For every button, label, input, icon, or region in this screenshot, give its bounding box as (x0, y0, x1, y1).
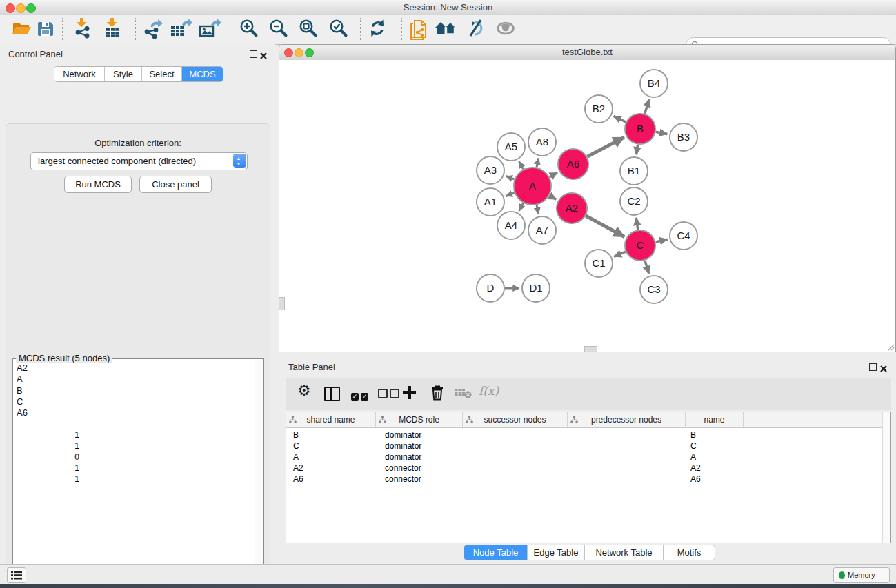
mcds-result-list[interactable]: A2 A B C A6 (14, 363, 28, 418)
cell-predecessor: 1 (74, 441, 79, 451)
table-panel: Table Panel ⚙ ✓✓ f(x) shared name (279, 358, 896, 564)
clone-network-icon[interactable] (408, 17, 429, 39)
network-window-titlebar[interactable]: testGlobe.txt (279, 45, 895, 61)
hierarchy-icon (466, 416, 473, 424)
svg-text:A1: A1 (484, 196, 497, 207)
toolbar-separator (230, 18, 230, 41)
import-table-icon[interactable] (103, 17, 123, 39)
table-panel-title: Table Panel (288, 362, 335, 372)
svg-text:B: B (637, 123, 644, 134)
tab-style[interactable]: Style (105, 67, 142, 81)
add-column-icon[interactable] (403, 386, 416, 399)
hide-annotations-icon[interactable] (466, 19, 487, 41)
export-table-icon[interactable] (170, 18, 190, 40)
tab-node-table[interactable]: Node Table (464, 545, 528, 560)
svg-text:A6: A6 (567, 158, 579, 170)
show-column-icon[interactable] (324, 387, 340, 406)
settings-gear-icon[interactable]: ⚙ (297, 382, 311, 401)
open-session-icon[interactable] (11, 19, 32, 41)
tab-mcds[interactable]: MCDS (182, 67, 223, 81)
toolbar-separator (62, 18, 63, 41)
cell-mcds-role: connector (385, 474, 421, 484)
run-mcds-button[interactable]: Run MCDS (64, 176, 132, 193)
column-label: shared name (306, 415, 355, 425)
tab-network-table[interactable]: Network Table (585, 545, 664, 560)
minimize-network-button[interactable] (295, 48, 303, 57)
export-image-icon[interactable] (199, 18, 219, 40)
criterion-dropdown[interactable]: largest connected component (directed) ▲… (30, 152, 248, 170)
memory-button[interactable]: Memory (833, 567, 890, 583)
save-session-icon[interactable] (36, 19, 57, 41)
cell-shared-name: A2 (293, 463, 303, 473)
mcds-result-box: MCDS result (5 nodes) A2 A B C A6 (12, 358, 264, 588)
home-view-icon[interactable] (435, 19, 455, 41)
tab-network[interactable]: Network (54, 67, 105, 81)
column-header-predecessor-nodes[interactable]: predecessor nodes (568, 412, 686, 427)
result-item[interactable]: A (17, 374, 28, 385)
network-canvas-svg[interactable]: AA6A2BCA1A3A4A5A7A8B1B2B3B4C1C2C3C4DD1 (279, 60, 895, 352)
cell-mcds-role: dominator (385, 441, 421, 451)
column-header-mcds-role[interactable]: MCDS role (376, 412, 463, 427)
refresh-layout-icon[interactable] (368, 19, 388, 41)
deselect-all-icon[interactable] (378, 389, 401, 408)
zoom-out-icon[interactable] (269, 19, 290, 41)
result-item[interactable]: B (17, 385, 28, 396)
svg-text:B4: B4 (648, 77, 660, 89)
tab-select[interactable]: Select (142, 67, 182, 81)
table-toolbar: ⚙ ✓✓ f(x) (286, 378, 891, 410)
optimization-criterion-label: Optimization criterion: (6, 138, 270, 148)
zoom-selected-icon[interactable] (329, 19, 350, 41)
desktop-wallpaper-strip (0, 584, 896, 588)
table-scrollbar[interactable] (882, 412, 890, 543)
column-label: predecessor nodes (591, 415, 661, 425)
cell-name: C (690, 441, 697, 451)
close-table-panel-icon[interactable] (880, 363, 887, 375)
column-header-name[interactable]: name (686, 412, 744, 427)
column-header-successor-nodes[interactable]: successor nodes (463, 412, 568, 427)
close-window-button[interactable] (6, 3, 15, 13)
left-splitter-handle[interactable] (279, 297, 285, 310)
cell-shared-name: C (293, 441, 299, 451)
svg-text:A8: A8 (536, 136, 548, 148)
zoom-in-icon[interactable] (239, 19, 260, 41)
select-all-icon[interactable]: ✓✓ (351, 389, 370, 408)
float-panel-icon[interactable] (250, 50, 257, 58)
svg-text:A3: A3 (484, 164, 497, 176)
zoom-network-button[interactable] (305, 48, 314, 57)
minimize-window-button[interactable] (16, 3, 26, 13)
svg-text:C1: C1 (592, 257, 605, 269)
close-panel-button[interactable]: Close panel (139, 176, 212, 193)
svg-text:C4: C4 (677, 230, 690, 241)
svg-text:A7: A7 (536, 224, 548, 236)
bottom-splitter-handle[interactable] (584, 346, 597, 352)
float-table-panel-icon[interactable] (869, 363, 877, 371)
task-history-button[interactable] (7, 567, 26, 583)
node-table: shared name MCDS role successor nodes pr… (286, 412, 891, 543)
svg-text:B1: B1 (628, 165, 640, 176)
result-item[interactable]: A2 (17, 363, 28, 374)
resize-grip-icon[interactable] (886, 343, 895, 351)
svg-text:A2: A2 (566, 202, 578, 214)
result-scrollbar[interactable] (255, 360, 263, 588)
mcds-panel: Optimization criterion: largest connecte… (6, 123, 270, 588)
delete-column-icon[interactable] (430, 385, 444, 404)
cell-predecessor: 1 (74, 463, 79, 473)
delete-table-icon[interactable] (455, 388, 472, 407)
export-network-icon[interactable] (142, 18, 163, 40)
import-network-icon[interactable] (72, 17, 93, 39)
zoom-fit-icon[interactable] (299, 19, 319, 41)
column-header-shared-name[interactable]: shared name (286, 412, 376, 427)
close-network-button[interactable] (284, 48, 293, 57)
result-item[interactable]: A6 (17, 407, 28, 418)
cell-predecessor: 1 (74, 430, 79, 440)
tab-motifs[interactable]: Motifs (664, 545, 715, 560)
zoom-window-button[interactable] (26, 3, 36, 13)
table-tabs: Node Table Edge Table Network Table Moti… (464, 545, 715, 560)
result-item[interactable]: C (17, 396, 28, 407)
function-builder-icon[interactable]: f(x) (479, 384, 499, 403)
show-view-icon[interactable] (496, 21, 517, 43)
svg-text:C: C (637, 239, 644, 251)
tab-edge-table[interactable]: Edge Table (528, 545, 585, 560)
close-panel-icon[interactable] (260, 50, 267, 62)
cell-predecessor: 0 (74, 452, 79, 462)
